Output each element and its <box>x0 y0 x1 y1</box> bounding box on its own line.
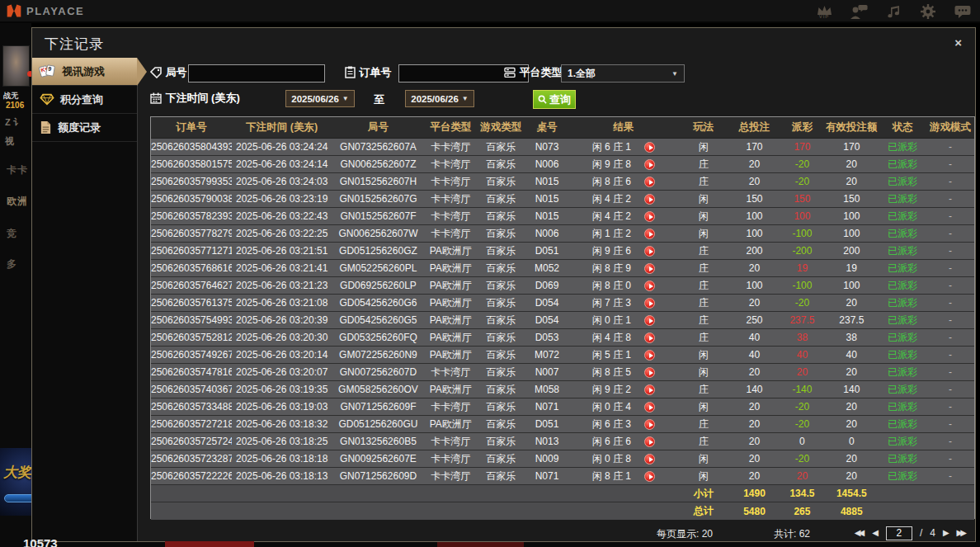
play-button[interactable] <box>644 229 655 239</box>
bet-records-table: 订单号下注时间 (美东)局号平台类型游戏类型桌号结果玩法总投注派彩有效投注额状态… <box>150 116 975 519</box>
play-button[interactable] <box>644 384 655 395</box>
cell-platform: PA欧洲厅 <box>424 244 477 258</box>
last-page-button[interactable]: ▶▶ <box>957 526 967 540</box>
play-button[interactable] <box>644 350 655 361</box>
cell-platform: 卡卡湾厅 <box>424 469 477 483</box>
chat-bubble-icon[interactable] <box>954 2 972 21</box>
cell-result: 闲 8 庄 6 <box>569 175 678 189</box>
cell-table-no: M072 <box>525 349 569 361</box>
cell-game-type: 百家乐 <box>477 348 525 362</box>
date-to-picker[interactable]: 2025/06/26▼ <box>405 90 474 107</box>
first-page-button[interactable]: ◀◀ <box>855 526 865 540</box>
cell-order-no: 250626035801575 <box>151 158 232 170</box>
cell-bet-time: 2025-06-26 03:23:19 <box>232 193 332 205</box>
cell-total-bet: 20 <box>729 262 780 274</box>
prev-page-button[interactable]: ◀ <box>872 526 879 540</box>
play-button[interactable] <box>644 194 655 205</box>
cell-status: 已派彩 <box>879 262 926 276</box>
column-header: 游戏模式 <box>926 120 974 134</box>
music-icon[interactable] <box>884 2 902 21</box>
play-button[interactable] <box>644 263 655 274</box>
play-button[interactable] <box>644 454 655 464</box>
per-page-label: 每页显示: 20 <box>657 527 713 541</box>
cell-valid-bet: 19 <box>824 262 879 274</box>
jackpot-banner[interactable]: 大奖 <box>0 448 31 516</box>
cell-game-type: 百家乐 <box>477 331 525 345</box>
play-button[interactable] <box>644 298 655 309</box>
cell-valid-bet: 38 <box>824 332 879 343</box>
play-button[interactable] <box>644 332 655 343</box>
tab-eu-fragment[interactable]: 欧洲 <box>7 195 28 209</box>
play-button[interactable] <box>644 211 655 222</box>
result-text: 闲 9 庄 6 <box>592 244 631 258</box>
cell-bet-time: 2025-06-26 03:19:35 <box>232 384 332 395</box>
nav-record-fragment: Z 讠 <box>5 116 22 129</box>
play-button[interactable] <box>644 142 655 153</box>
cell-payout: -200 <box>780 245 824 257</box>
cell-valid-bet: 20 <box>824 453 879 464</box>
platform-icon <box>504 67 516 78</box>
vip-crown-icon[interactable]: VIP <box>815 2 833 21</box>
cell-table-no: N006 <box>525 228 569 239</box>
cell-platform: 卡卡湾厅 <box>424 140 477 154</box>
play-button[interactable] <box>644 315 655 326</box>
tab-duo-fragment[interactable]: 多 <box>7 257 17 271</box>
cell-bet-time: 2025-06-26 03:18:32 <box>232 418 332 430</box>
play-button[interactable] <box>644 281 655 291</box>
cell-table-no: M052 <box>525 262 569 274</box>
result-text: 闲 8 庄 0 <box>592 279 631 293</box>
cell-valid-bet: 200 <box>824 245 879 257</box>
cell-status: 已派彩 <box>879 452 926 466</box>
table-row: 2506260357403672025-06-26 03:19:35GM0582… <box>151 381 974 398</box>
round-input[interactable] <box>188 64 325 83</box>
query-button[interactable]: 查询 <box>533 90 576 109</box>
date-from-picker[interactable]: 2025/06/26▼ <box>285 90 355 107</box>
page-number-input[interactable] <box>886 526 912 540</box>
sum-total-bet: 5480 <box>729 506 780 517</box>
cell-round-no: GN0732562607A <box>332 141 425 153</box>
play-button[interactable] <box>644 177 655 187</box>
cell-result: 闲 4 庄 2 <box>569 210 678 224</box>
cell-total-bet: 140 <box>729 384 780 395</box>
cell-play-mode: 庄 <box>678 279 729 293</box>
document-icon <box>40 120 52 134</box>
sidebar-item-points-query[interactable]: 积分查询 <box>32 86 137 114</box>
play-button[interactable] <box>644 402 655 413</box>
cell-status: 已派彩 <box>879 400 926 414</box>
settings-gear-icon[interactable] <box>919 2 937 21</box>
play-button[interactable] <box>644 471 655 482</box>
play-button[interactable] <box>644 159 655 170</box>
cell-round-no: GN0152562607F <box>332 210 425 222</box>
sidebar-item-quota-records[interactable]: 额度记录 <box>32 114 137 142</box>
play-button[interactable] <box>644 436 655 447</box>
table-row: 2506260357823932025-06-26 03:22:43GN0152… <box>151 208 974 225</box>
play-button[interactable] <box>644 246 655 257</box>
close-icon[interactable]: × <box>954 35 962 50</box>
cell-payout: 170 <box>780 141 824 153</box>
cell-status: 已派彩 <box>879 227 926 241</box>
total-count-label: 共计: 62 <box>774 527 810 541</box>
cell-play-mode: 庄 <box>678 296 729 310</box>
play-button[interactable] <box>644 367 655 378</box>
play-button[interactable] <box>644 419 655 430</box>
cell-total-bet: 250 <box>729 314 780 326</box>
cell-platform: 卡卡湾厅 <box>424 210 477 224</box>
sidebar-item-video-games[interactable]: K♥9 视讯游戏 <box>32 58 137 86</box>
table-row: 2506260357782792025-06-26 03:22:25GN0062… <box>151 225 974 243</box>
column-header: 游戏类型 <box>477 120 525 134</box>
cell-result: 闲 9 庄 8 <box>569 158 678 172</box>
next-page-button[interactable]: ▶ <box>943 526 949 540</box>
cell-game-mode: - <box>926 262 974 274</box>
cell-valid-bet: 40 <box>824 349 879 361</box>
cell-status: 已派彩 <box>879 192 926 206</box>
cell-round-no: GD069256260LP <box>332 280 425 291</box>
result-text: 闲 9 庄 8 <box>592 158 631 172</box>
table-row: 2506260357492672025-06-26 03:20:14GM0722… <box>151 347 974 364</box>
cell-table-no: N015 <box>525 193 569 205</box>
tab-jing-fragment[interactable]: 竞 <box>7 227 17 241</box>
platform-select[interactable]: 1.全部 ▼ <box>561 64 685 83</box>
support-chat-icon[interactable] <box>850 2 868 21</box>
avatar[interactable] <box>2 45 30 87</box>
tab-kk-fragment[interactable]: 卡卡 <box>7 163 28 177</box>
cell-total-bet: 170 <box>729 141 780 153</box>
